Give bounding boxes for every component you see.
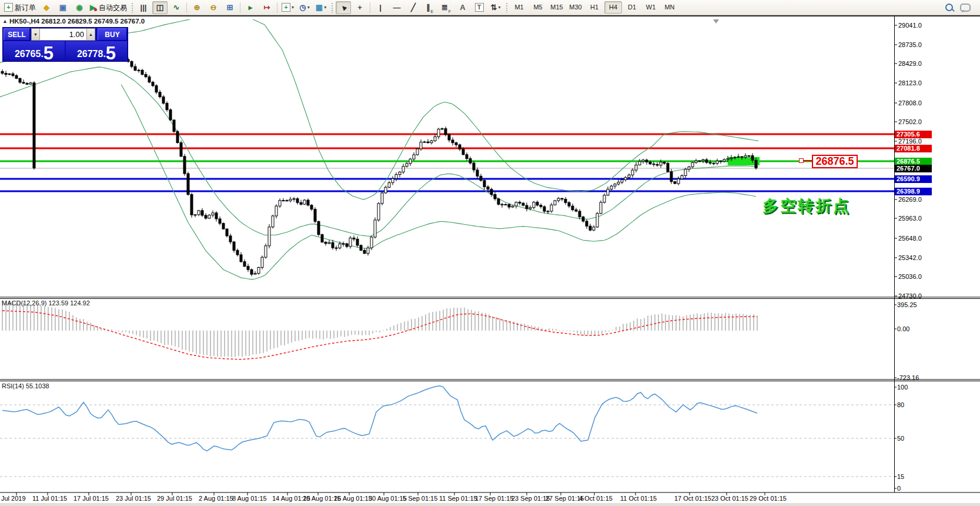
sell-button[interactable]: SELL (4, 28, 30, 41)
tile-windows-button[interactable]: ⊞ (222, 1, 238, 14)
timeframe-button-h4[interactable]: H4 (604, 1, 622, 14)
toolbar-separator (277, 2, 277, 13)
price-axis-label: 25963.0 (898, 215, 922, 222)
bar-chart-button[interactable]: ||| (136, 1, 151, 14)
price-axis-label: 28123.0 (898, 79, 922, 86)
market-watch-icon[interactable]: ▣ (55, 1, 71, 14)
zoom-in-button-icon: ⊕ (194, 4, 200, 11)
toolbar-separator (240, 2, 240, 13)
candlestick-chart-button-icon: ◫ (156, 4, 163, 11)
cursor-button-icon: ▲ (338, 2, 349, 12)
macd-histogram (2, 301, 758, 357)
chart-canvas[interactable] (0, 0, 980, 506)
cursor-button[interactable]: ▲ (336, 1, 351, 14)
volume-increase-button[interactable]: ▲ (86, 28, 95, 41)
mt4-terminal-window: +新订单◆▣◉▶自动交易|||◫∿⊕⊖⊞▸↦+▾◷▾▦▾▲+|—╱∥E≣FAT⇅… (0, 0, 980, 506)
sell-price-display[interactable]: 26765.5 (4, 41, 65, 61)
horizontal-line-button[interactable]: — (389, 1, 404, 14)
tile-windows-button-icon: ⊞ (227, 4, 233, 11)
one-click-trade-panel: SELL ▼ 1.00 ▲ BUY 26765.5 26778.5 (2, 27, 128, 62)
equidistant-channel-button-sub: E (430, 9, 433, 14)
turning-point-annotation[interactable]: 多空转折点 (762, 195, 851, 217)
rsi-gridlines (0, 405, 894, 477)
price-axis-label: 28429.0 (898, 60, 922, 67)
trendline-button-icon: ╱ (411, 4, 416, 11)
rsi-axis-label: 80 (897, 401, 904, 408)
timeframe-button-m5[interactable]: M5 (529, 1, 547, 14)
news-signal-icon-icon: ◉ (76, 4, 82, 11)
price-level-chip-26590-9: 26590.9 (895, 175, 932, 183)
timeframe-button-w1[interactable]: W1 (642, 1, 660, 14)
toolbar-grip (331, 2, 333, 13)
rsi-axis-label: 50 (897, 435, 904, 442)
chart-shift-marker[interactable] (713, 19, 719, 24)
price-axis-label: 28735.0 (898, 41, 922, 48)
price-level-tag[interactable]: 26876.5 (812, 155, 858, 168)
equidistant-channel-button[interactable]: ∥E (422, 1, 437, 14)
zoom-out-button-icon: ⊖ (210, 4, 217, 11)
arrows-button[interactable]: ⇅▾ (488, 1, 503, 14)
timeframe-button-d1[interactable]: D1 (623, 1, 641, 14)
timeframe-button-h1[interactable]: H1 (586, 1, 603, 14)
zoom-in-button[interactable]: ⊕ (189, 1, 205, 14)
volume-decrease-button[interactable]: ▼ (31, 28, 40, 41)
timeframe-button-m30[interactable]: M30 (567, 1, 584, 14)
indicators-button-dropdown-arrow[interactable]: ▾ (292, 5, 294, 10)
timeframe-button-m15[interactable]: M15 (548, 1, 566, 14)
buy-price-display[interactable]: 26778.5 (66, 41, 127, 61)
volume-input[interactable]: 1.00 (40, 28, 86, 41)
toolbar-grip (506, 2, 508, 13)
periods-button-dropdown-arrow[interactable]: ▾ (307, 5, 310, 10)
pane-borders (0, 16, 980, 495)
rsi-axis-label: 0 (897, 485, 901, 492)
time-axis-label: 2 Aug 01:15 (199, 495, 233, 502)
macd-signal-line (2, 311, 757, 359)
one-click-panel-toggle[interactable]: ▲ (2, 18, 8, 24)
zoom-out-button[interactable]: ⊖ (206, 1, 221, 14)
timeframe-button-mn[interactable]: MN (661, 1, 678, 14)
arrows-button-dropdown-arrow[interactable]: ▾ (498, 5, 500, 10)
templates-button-dropdown-arrow[interactable]: ▾ (324, 5, 326, 10)
fibonacci-button[interactable]: ≣F (439, 1, 454, 14)
new-order-button[interactable]: +新订单 (2, 1, 38, 14)
macd-indicator-label: MACD(12,26,9) 123.59 124.92 (2, 299, 90, 307)
text-button[interactable]: A (455, 1, 470, 14)
chat-icon (960, 4, 971, 12)
search-button[interactable] (941, 1, 956, 14)
crosshair-button-icon: + (357, 4, 362, 11)
chart-shift-button[interactable]: ↦ (259, 1, 275, 14)
equidistant-channel-button-icon: ∥ (426, 4, 430, 11)
time-axis-label: 11 Sep 01:15 (439, 495, 477, 502)
periods-button[interactable]: ◷▾ (297, 1, 312, 14)
time-axis-label: 26 Aug 01:15 (334, 495, 372, 502)
vertical-line-button[interactable]: | (373, 1, 388, 14)
window-bottom-edge (0, 503, 980, 506)
time-axis-label: 17 Jul 01:15 (73, 495, 109, 502)
price-axis-label: 27196.0 (898, 138, 922, 145)
timeframe-button-m1[interactable]: M1 (510, 1, 528, 14)
buy-button[interactable]: BUY (98, 28, 127, 41)
time-axis-label: 8 Aug 01:15 (232, 495, 267, 502)
trendline-button[interactable]: ╱ (406, 1, 421, 14)
news-signal-icon[interactable]: ◉ (72, 1, 87, 14)
autotrading-button-label: 自动交易 (99, 4, 127, 11)
autotrading-button[interactable]: ▶自动交易 (88, 1, 129, 14)
rsi-axis-label: 100 (897, 384, 908, 391)
time-axis-label: 11 Jul 01:15 (32, 495, 67, 502)
indicators-button[interactable]: +▾ (280, 1, 296, 14)
text-label-button[interactable]: T (471, 1, 487, 14)
line-chart-button[interactable]: ∿ (169, 1, 184, 14)
crosshair-button[interactable]: + (352, 1, 367, 14)
chat-button[interactable] (958, 1, 973, 14)
chart-window-icon[interactable]: ◆ (39, 1, 54, 14)
time-axis-label: 27 Sep 01:15 (546, 495, 584, 502)
auto-scroll-button[interactable]: ▸ (243, 1, 258, 14)
toolbar-separator (370, 2, 370, 13)
candlestick-chart-button[interactable]: ◫ (152, 1, 168, 14)
price-axis-label: 29041.0 (898, 22, 922, 29)
new-order-button-label: 新订单 (15, 4, 36, 11)
price-axis-label: 27808.0 (898, 99, 922, 106)
time-axis-label: 17 Oct 01:15 (674, 495, 711, 502)
templates-button[interactable]: ▦▾ (313, 1, 329, 14)
price-level-chip-26398-9: 26398.9 (895, 188, 932, 195)
